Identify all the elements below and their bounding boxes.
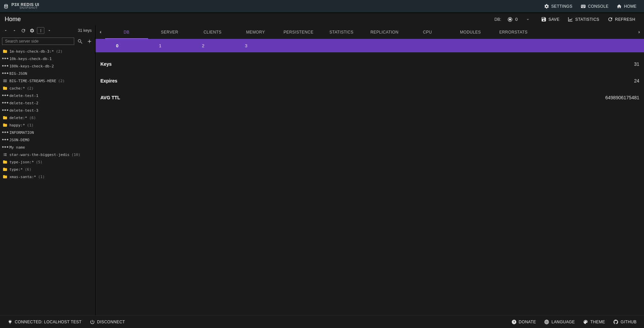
add-key-button[interactable]: [86, 38, 93, 45]
tree-item-count: (2): [27, 86, 34, 91]
bottombar: CONNECTED: LOCALHOST TEST DISCONNECT DON…: [0, 315, 644, 328]
app-logo: P3X REDIS UI SNAPSHOT: [3, 3, 39, 9]
app-subtitle: SNAPSHOT: [19, 6, 39, 9]
chevron-down-icon: [525, 17, 531, 22]
folder-icon: [3, 86, 7, 91]
tree-item-name: 100k-keys-check-db-2: [9, 64, 54, 68]
tree-item[interactable]: 1m-keys-check-db-3:* (2): [0, 48, 95, 55]
stat-row: AVG TTL6498906175481: [100, 89, 639, 106]
connection-status[interactable]: CONNECTED: LOCALHOST TEST: [3, 316, 86, 328]
tree-item[interactable]: delete:* (6): [0, 114, 95, 121]
tree-item[interactable]: star-wars-the-biggest-jedis (10): [0, 151, 95, 158]
github-button[interactable]: GITHUB: [609, 316, 641, 328]
github-icon: [613, 319, 618, 325]
tree-settings-button[interactable]: [28, 27, 36, 34]
folder-icon: [3, 160, 7, 164]
db-chip-3[interactable]: 3: [225, 43, 268, 48]
tab-db[interactable]: DB: [105, 25, 148, 39]
theme-button[interactable]: THEME: [579, 316, 609, 328]
more-vert-icon: [39, 29, 43, 33]
db-select[interactable]: 0: [505, 15, 534, 23]
list-icon: [3, 152, 7, 157]
stats-panel: Keys31Expires24AVG TTL6498906175481: [96, 52, 644, 109]
refresh-icon: [607, 16, 613, 22]
tab-modules[interactable]: MODULES: [449, 25, 492, 39]
tabs: DBSERVERCLIENTSMEMORYPERSISTENCESTATISTI…: [96, 25, 644, 39]
view-mode-button[interactable]: [37, 27, 44, 34]
tree-item-name: delete-test-1: [9, 94, 38, 98]
gear-icon: [544, 4, 549, 9]
stat-value: 6498906175481: [605, 95, 639, 100]
console-button[interactable]: CONSOLE: [577, 0, 612, 13]
tree-item[interactable]: cache:* (2): [0, 85, 95, 92]
tree-item[interactable]: •••10k-keys-check-db-1: [0, 55, 95, 62]
tab-persistence[interactable]: PERSISTENCE: [277, 25, 320, 39]
db-chip-1[interactable]: 1: [139, 43, 182, 48]
tree-item[interactable]: BIG-TIME-STREAMS-HERE (2): [0, 77, 95, 85]
expand-all-button[interactable]: [11, 27, 18, 34]
string-icon: •••: [3, 93, 7, 98]
tree-item[interactable]: type-json:* (5): [0, 158, 95, 166]
tab-scroll-right[interactable]: [635, 25, 644, 39]
tree-item[interactable]: •••100k-keys-check-db-2: [0, 62, 95, 70]
collapse-all-button[interactable]: [2, 27, 9, 34]
folder-icon: [3, 115, 7, 120]
string-icon: •••: [3, 145, 7, 150]
tab-scroll-left[interactable]: [96, 25, 105, 39]
tab-server[interactable]: SERVER: [148, 25, 191, 39]
donate-button[interactable]: DONATE: [507, 316, 540, 328]
home-button[interactable]: HOME: [612, 0, 641, 13]
breadcrumb: Home: [5, 16, 21, 23]
db-label: DB:: [495, 17, 501, 22]
tree-item-name: delete-test-2: [9, 101, 38, 105]
tree-item[interactable]: •••delete-test-3: [0, 107, 95, 114]
db-chip-2[interactable]: 2: [182, 43, 225, 48]
tree-item[interactable]: •••delete-test-2: [0, 99, 95, 107]
db-chip-0[interactable]: 0: [96, 43, 139, 48]
tree-item[interactable]: xmas-santa:* (1): [0, 173, 95, 180]
tree-item[interactable]: •••INFORMATION: [0, 129, 95, 136]
statistics-button[interactable]: STATISTICS: [563, 13, 603, 26]
subbar: Home DB: 0 SAVE STATISTICS REFRESH: [0, 13, 644, 25]
tree-item[interactable]: •••My name: [0, 144, 95, 151]
tree-item[interactable]: type:* (6): [0, 166, 95, 173]
chevron-right-icon: [637, 30, 642, 35]
tree-item-count: (6): [29, 116, 36, 120]
tree-item[interactable]: •••delete-test-1: [0, 92, 95, 99]
gear-icon: [30, 28, 35, 33]
tab-memory[interactable]: MEMORY: [234, 25, 277, 39]
save-button[interactable]: SAVE: [537, 13, 564, 26]
search-input[interactable]: [2, 38, 74, 45]
tab-cpu[interactable]: CPU: [406, 25, 449, 39]
tab-clients[interactable]: CLIENTS: [191, 25, 234, 39]
topbar: P3X REDIS UI SNAPSHOT SETTINGS CONSOLE H…: [0, 0, 644, 13]
tree-item-count: (5): [36, 160, 43, 164]
reload-keys-button[interactable]: [19, 27, 27, 34]
chevron-left-icon: [98, 30, 103, 35]
refresh-button[interactable]: REFRESH: [603, 13, 639, 26]
tree-item[interactable]: •••JSON-DEMO: [0, 136, 95, 144]
key-tree: 1m-keys-check-db-3:* (2)•••10k-keys-chec…: [0, 47, 95, 315]
home-icon: [616, 4, 622, 9]
tab-replication[interactable]: REPLICATION: [363, 25, 406, 39]
disconnect-button[interactable]: DISCONNECT: [86, 316, 129, 328]
stat-value: 31: [634, 61, 639, 67]
settings-button[interactable]: SETTINGS: [540, 0, 577, 13]
tree-item-name: cache:*: [9, 86, 25, 91]
string-icon: •••: [3, 56, 7, 61]
plug-icon: [7, 319, 13, 325]
tree-item-count: (2): [56, 49, 62, 54]
tree-item[interactable]: happy:* (1): [0, 121, 95, 129]
search-button[interactable]: [76, 38, 84, 45]
view-mode-dropdown[interactable]: [46, 27, 53, 34]
tree-item[interactable]: •••BIG-JSON: [0, 70, 95, 77]
globe-icon: [544, 319, 549, 325]
stream-icon: [3, 78, 7, 83]
string-icon: •••: [3, 71, 7, 76]
language-button[interactable]: LANGUAGE: [540, 316, 579, 328]
stat-row: Keys31: [100, 56, 639, 72]
tab-statistics[interactable]: STATISTICS: [320, 25, 363, 39]
string-icon: •••: [3, 138, 7, 142]
tab-errorstats[interactable]: ERRORSTATS: [492, 25, 535, 39]
tree-item-name: happy:*: [9, 123, 25, 127]
